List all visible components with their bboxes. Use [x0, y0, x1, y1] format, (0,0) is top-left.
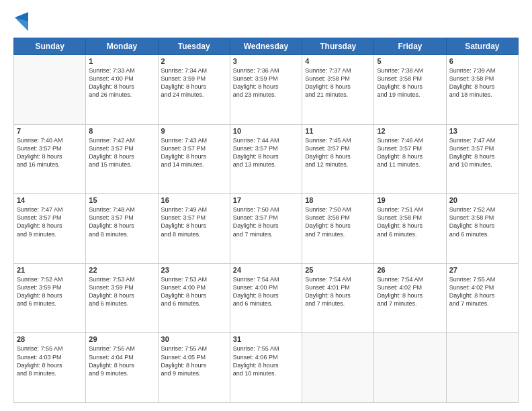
calendar-cell: 26Sunrise: 7:54 AMSunset: 4:02 PMDayligh… [374, 263, 446, 333]
calendar-cell: 30Sunrise: 7:55 AMSunset: 4:05 PMDayligh… [158, 333, 230, 403]
day-info: Sunrise: 7:40 AMSunset: 3:57 PMDaylight:… [17, 136, 83, 169]
calendar-cell: 12Sunrise: 7:46 AMSunset: 3:57 PMDayligh… [374, 124, 446, 194]
day-info: Sunrise: 7:55 AMSunset: 4:03 PMDaylight:… [17, 345, 83, 377]
day-number: 28 [17, 335, 83, 343]
calendar-cell: 9Sunrise: 7:43 AMSunset: 3:57 PMDaylight… [158, 124, 230, 194]
day-number: 27 [449, 266, 515, 274]
calendar-cell: 24Sunrise: 7:54 AMSunset: 4:00 PMDayligh… [230, 263, 302, 333]
calendar-cell: 23Sunrise: 7:53 AMSunset: 4:00 PMDayligh… [158, 263, 230, 333]
calendar-cell: 2Sunrise: 7:34 AMSunset: 3:59 PMDaylight… [158, 55, 230, 125]
day-number: 21 [17, 266, 83, 274]
day-number: 30 [161, 335, 227, 343]
calendar-cell [302, 333, 374, 403]
calendar-week-row: 28Sunrise: 7:55 AMSunset: 4:03 PMDayligh… [14, 333, 519, 403]
day-info: Sunrise: 7:53 AMSunset: 3:59 PMDaylight:… [89, 275, 154, 308]
day-number: 10 [233, 127, 299, 135]
day-info: Sunrise: 7:39 AMSunset: 3:58 PMDaylight:… [449, 66, 515, 99]
weekday-header: Sunday [14, 38, 86, 55]
day-info: Sunrise: 7:54 AMSunset: 4:01 PMDaylight:… [305, 275, 371, 308]
day-info: Sunrise: 7:51 AMSunset: 3:58 PMDaylight:… [377, 205, 443, 238]
weekday-header: Monday [86, 38, 158, 55]
calendar-cell: 1Sunrise: 7:33 AMSunset: 4:00 PMDaylight… [86, 55, 158, 125]
calendar-cell: 13Sunrise: 7:47 AMSunset: 3:57 PMDayligh… [446, 124, 518, 194]
weekday-header: Saturday [446, 38, 518, 55]
calendar-cell: 22Sunrise: 7:53 AMSunset: 3:59 PMDayligh… [86, 263, 158, 333]
calendar-header-row: SundayMondayTuesdayWednesdayThursdayFrid… [14, 38, 519, 55]
day-number: 6 [449, 57, 515, 65]
calendar-cell: 27Sunrise: 7:55 AMSunset: 4:02 PMDayligh… [446, 263, 518, 333]
day-number: 18 [305, 196, 371, 204]
day-info: Sunrise: 7:55 AMSunset: 4:06 PMDaylight:… [233, 345, 299, 377]
day-info: Sunrise: 7:50 AMSunset: 3:57 PMDaylight:… [233, 205, 299, 238]
calendar-week-row: 14Sunrise: 7:47 AMSunset: 3:57 PMDayligh… [14, 194, 519, 264]
day-info: Sunrise: 7:53 AMSunset: 4:00 PMDaylight:… [161, 275, 227, 308]
page: SundayMondayTuesdayWednesdayThursdayFrid… [0, 0, 532, 411]
day-number: 9 [161, 127, 227, 135]
day-info: Sunrise: 7:54 AMSunset: 4:02 PMDaylight:… [377, 275, 443, 308]
day-number: 31 [233, 335, 299, 343]
day-number: 1 [89, 57, 154, 65]
calendar-cell: 16Sunrise: 7:49 AMSunset: 3:57 PMDayligh… [158, 194, 230, 264]
calendar-cell: 21Sunrise: 7:52 AMSunset: 3:59 PMDayligh… [14, 263, 86, 333]
day-info: Sunrise: 7:44 AMSunset: 3:57 PMDaylight:… [233, 136, 299, 169]
day-info: Sunrise: 7:43 AMSunset: 3:57 PMDaylight:… [161, 136, 227, 169]
day-number: 15 [89, 196, 154, 204]
logo [13, 12, 32, 31]
calendar-week-row: 1Sunrise: 7:33 AMSunset: 4:00 PMDaylight… [14, 55, 519, 125]
calendar-cell: 8Sunrise: 7:42 AMSunset: 3:57 PMDaylight… [86, 124, 158, 194]
day-number: 14 [17, 196, 83, 204]
day-info: Sunrise: 7:36 AMSunset: 3:59 PMDaylight:… [233, 66, 299, 99]
calendar-cell: 31Sunrise: 7:55 AMSunset: 4:06 PMDayligh… [230, 333, 302, 403]
day-info: Sunrise: 7:37 AMSunset: 3:58 PMDaylight:… [305, 66, 371, 99]
day-number: 20 [449, 196, 515, 204]
day-number: 16 [161, 196, 227, 204]
calendar-cell: 18Sunrise: 7:50 AMSunset: 3:58 PMDayligh… [302, 194, 374, 264]
day-number: 17 [233, 196, 299, 204]
calendar-cell: 5Sunrise: 7:38 AMSunset: 3:58 PMDaylight… [374, 55, 446, 125]
day-number: 23 [161, 266, 227, 274]
calendar-cell: 19Sunrise: 7:51 AMSunset: 3:58 PMDayligh… [374, 194, 446, 264]
day-info: Sunrise: 7:48 AMSunset: 3:57 PMDaylight:… [89, 205, 154, 238]
day-number: 7 [17, 127, 83, 135]
day-number: 13 [449, 127, 515, 135]
day-number: 12 [377, 127, 443, 135]
calendar-cell: 14Sunrise: 7:47 AMSunset: 3:57 PMDayligh… [14, 194, 86, 264]
calendar-cell [14, 55, 86, 125]
calendar-table: SundayMondayTuesdayWednesdayThursdayFrid… [13, 38, 519, 403]
day-number: 29 [89, 335, 154, 343]
logo-icon [15, 12, 28, 31]
weekday-header: Friday [374, 38, 446, 55]
day-info: Sunrise: 7:49 AMSunset: 3:57 PMDaylight:… [161, 205, 227, 238]
calendar-cell [446, 333, 518, 403]
day-info: Sunrise: 7:46 AMSunset: 3:57 PMDaylight:… [377, 136, 443, 169]
calendar-cell: 11Sunrise: 7:45 AMSunset: 3:57 PMDayligh… [302, 124, 374, 194]
weekday-header: Wednesday [230, 38, 302, 55]
day-number: 4 [305, 57, 371, 65]
day-info: Sunrise: 7:47 AMSunset: 3:57 PMDaylight:… [449, 136, 515, 169]
day-info: Sunrise: 7:55 AMSunset: 4:02 PMDaylight:… [449, 275, 515, 308]
day-number: 24 [233, 266, 299, 274]
day-info: Sunrise: 7:34 AMSunset: 3:59 PMDaylight:… [161, 66, 227, 99]
day-info: Sunrise: 7:42 AMSunset: 3:57 PMDaylight:… [89, 136, 154, 169]
day-info: Sunrise: 7:45 AMSunset: 3:57 PMDaylight:… [305, 136, 371, 169]
calendar-cell: 3Sunrise: 7:36 AMSunset: 3:59 PMDaylight… [230, 55, 302, 125]
day-number: 5 [377, 57, 443, 65]
day-number: 11 [305, 127, 371, 135]
calendar-week-row: 21Sunrise: 7:52 AMSunset: 3:59 PMDayligh… [14, 263, 519, 333]
calendar-cell: 25Sunrise: 7:54 AMSunset: 4:01 PMDayligh… [302, 263, 374, 333]
calendar-cell: 7Sunrise: 7:40 AMSunset: 3:57 PMDaylight… [14, 124, 86, 194]
day-info: Sunrise: 7:55 AMSunset: 4:04 PMDaylight:… [89, 345, 154, 377]
day-number: 8 [89, 127, 154, 135]
day-info: Sunrise: 7:47 AMSunset: 3:57 PMDaylight:… [17, 205, 83, 238]
weekday-header: Tuesday [158, 38, 230, 55]
calendar-cell: 17Sunrise: 7:50 AMSunset: 3:57 PMDayligh… [230, 194, 302, 264]
day-info: Sunrise: 7:38 AMSunset: 3:58 PMDaylight:… [377, 66, 443, 99]
calendar-cell: 15Sunrise: 7:48 AMSunset: 3:57 PMDayligh… [86, 194, 158, 264]
calendar-cell: 20Sunrise: 7:52 AMSunset: 3:58 PMDayligh… [446, 194, 518, 264]
day-info: Sunrise: 7:33 AMSunset: 4:00 PMDaylight:… [89, 66, 154, 99]
day-info: Sunrise: 7:50 AMSunset: 3:58 PMDaylight:… [305, 205, 371, 238]
day-info: Sunrise: 7:55 AMSunset: 4:05 PMDaylight:… [161, 345, 227, 377]
day-info: Sunrise: 7:54 AMSunset: 4:00 PMDaylight:… [233, 275, 299, 308]
day-number: 3 [233, 57, 299, 65]
header [13, 12, 519, 31]
